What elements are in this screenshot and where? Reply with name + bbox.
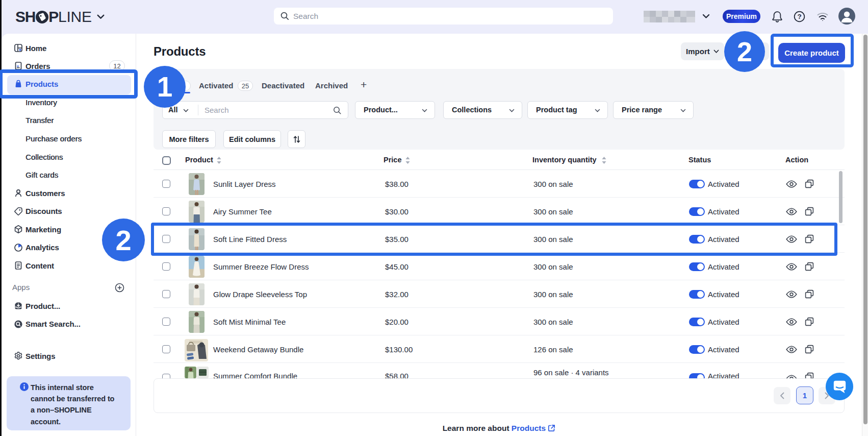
svg-text:?: ?	[797, 13, 801, 20]
